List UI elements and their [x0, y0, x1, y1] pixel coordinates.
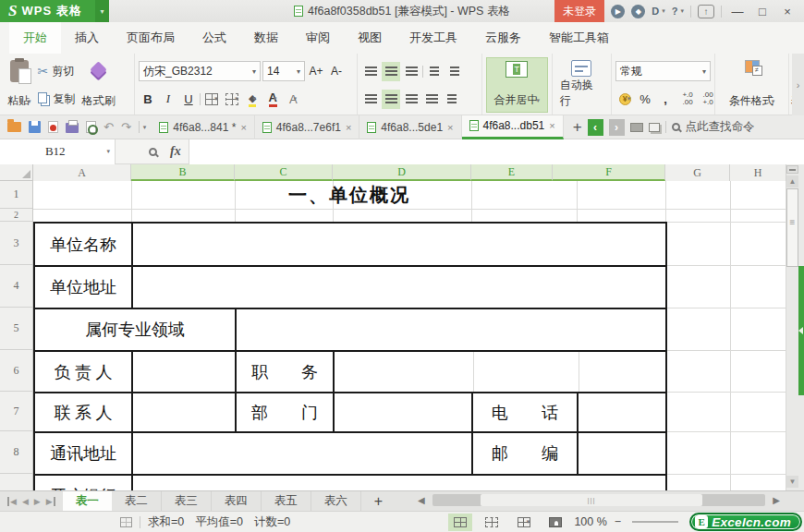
find-command-box[interactable]: 点此查找命令: [686, 119, 755, 135]
new-tab-button[interactable]: +: [573, 118, 582, 137]
column-header-C[interactable]: C: [235, 164, 333, 181]
fill-color-dropdown-icon[interactable]: ▾: [252, 95, 256, 103]
row-header-7[interactable]: 7: [0, 392, 32, 431]
draw-border-button[interactable]: ▾: [223, 90, 241, 109]
font-name-dropdown-icon[interactable]: ▾: [249, 67, 256, 76]
doc-tab-1[interactable]: 4f6a8...841 * ×: [152, 115, 255, 139]
column-header-E[interactable]: E: [471, 164, 553, 181]
row-header-2[interactable]: 2: [0, 209, 32, 222]
row-header-6[interactable]: 6: [0, 350, 32, 392]
conditional-format-dropdown-icon[interactable]: ▾: [772, 98, 775, 105]
column-header-G[interactable]: G: [665, 164, 730, 181]
copy-button[interactable]: 复制: [35, 91, 79, 108]
percent-button[interactable]: %: [636, 90, 654, 109]
add-sheet-button[interactable]: +: [361, 491, 396, 511]
distribute-button[interactable]: [443, 90, 461, 109]
login-button[interactable]: 未登录: [554, 0, 604, 22]
share-play-icon[interactable]: [630, 123, 643, 132]
save-icon[interactable]: [29, 121, 41, 133]
scroll-down-icon[interactable]: ▼: [786, 476, 798, 488]
paste-dropdown-icon[interactable]: ▾: [28, 98, 31, 105]
help-dropdown-icon[interactable]: ▾: [680, 7, 684, 15]
justify-button[interactable]: [422, 90, 441, 109]
tab-insert[interactable]: 插入: [61, 22, 113, 54]
cell-leader-value[interactable]: [133, 352, 237, 393]
doc-tab-2[interactable]: 4f6a8...7e6f1 ×: [255, 115, 360, 139]
paste-button[interactable]: 粘贴▾: [4, 57, 35, 113]
minimize-button[interactable]: —: [728, 5, 747, 18]
row-header-5[interactable]: 5: [0, 308, 32, 350]
row-header-4[interactable]: 4: [0, 265, 32, 308]
align-bottom-button[interactable]: [402, 62, 420, 81]
close-tab-icon[interactable]: ×: [447, 122, 453, 133]
cell-unit-addr-label[interactable]: 单位地址: [35, 267, 133, 309]
scroll-right-icon[interactable]: ▶: [773, 495, 780, 505]
sheet-tab-5[interactable]: 表五: [262, 491, 311, 511]
quick-access-dropdown-icon[interactable]: ▾: [143, 124, 147, 131]
tab-view[interactable]: 视图: [344, 22, 396, 54]
increase-indent-button[interactable]: [445, 62, 464, 81]
close-tab-icon[interactable]: ×: [240, 122, 246, 133]
column-header-B[interactable]: B: [131, 164, 235, 181]
close-button[interactable]: ×: [778, 5, 797, 18]
page-layout-dropdown-icon[interactable]: ▾: [527, 518, 530, 526]
sheet-tab-3[interactable]: 表三: [162, 491, 212, 511]
merge-center-dropdown-icon[interactable]: ▾: [536, 97, 540, 104]
borders-button[interactable]: ▾: [202, 90, 221, 109]
align-top-button[interactable]: [361, 62, 380, 81]
currency-dropdown-icon[interactable]: ▾: [627, 95, 631, 103]
underline-button[interactable]: U: [179, 90, 198, 109]
tab-list-icon[interactable]: [649, 123, 660, 132]
cell-partial-row-value[interactable]: [133, 476, 667, 490]
print-preview-icon[interactable]: [86, 121, 96, 133]
sheet-tab-4[interactable]: 表四: [212, 491, 262, 511]
row-header-8[interactable]: 8: [0, 431, 32, 474]
tab-home[interactable]: 开始: [9, 22, 61, 54]
decrease-decimal-button[interactable]: .00+.0: [699, 90, 717, 109]
wps-menu-dropdown-icon[interactable]: ▾: [95, 0, 109, 22]
cell-field-label[interactable]: 属何专业领域: [35, 309, 237, 352]
row-header-1[interactable]: 1: [0, 181, 32, 209]
cell-leader-label[interactable]: 负 责 人: [35, 352, 133, 393]
conditional-format-button[interactable]: 条件格式▾: [719, 57, 785, 113]
cell-mail-addr-label[interactable]: 通讯地址: [35, 433, 133, 476]
redo-icon[interactable]: ↷: [121, 120, 131, 134]
name-box[interactable]: B12 ▾: [0, 139, 116, 164]
cell-phone-value[interactable]: [579, 393, 667, 433]
tab-formulas[interactable]: 公式: [189, 22, 240, 54]
hide-ribbon-icon[interactable]: ↑: [698, 5, 714, 18]
next-tab-button[interactable]: ›: [609, 119, 625, 136]
wps-account-icon[interactable]: ▶: [611, 5, 625, 18]
normal-view-button[interactable]: [448, 514, 472, 531]
font-color-dropdown-icon[interactable]: ▾: [274, 95, 277, 103]
clear-format-button[interactable]: A▾: [284, 90, 302, 109]
tab-data[interactable]: 数据: [240, 22, 292, 54]
comma-style-button[interactable]: ,: [656, 90, 675, 109]
row-header-3[interactable]: 3: [0, 222, 32, 265]
split-handle[interactable]: [786, 165, 798, 174]
maximize-button[interactable]: □: [753, 5, 772, 18]
horizontal-scroll-track[interactable]: [432, 494, 765, 506]
cell-unit-name-value[interactable]: [133, 224, 667, 267]
cell-zip-label[interactable]: 邮 编: [473, 433, 579, 476]
grow-font-button[interactable]: A+: [307, 62, 325, 81]
last-sheet-icon[interactable]: ▶: [46, 497, 55, 506]
align-left-button[interactable]: [361, 90, 380, 109]
vertical-scroll-thumb[interactable]: [786, 188, 798, 267]
cell-contact-label[interactable]: 联 系 人: [35, 393, 133, 433]
close-tab-icon[interactable]: ×: [346, 122, 351, 133]
print-icon[interactable]: [66, 123, 79, 133]
help-icon[interactable]: ?: [672, 6, 678, 17]
formula-input[interactable]: [189, 139, 804, 164]
zoom-slider[interactable]: [632, 521, 678, 523]
decrease-indent-button[interactable]: [425, 62, 444, 81]
column-header-F[interactable]: F: [553, 164, 665, 181]
cell-contact-value[interactable]: [133, 393, 237, 433]
spreadsheet-grid[interactable]: 一、单位概况 单位名称 单位地址 属何专业领域 负 责 人 职 务 联 系 人 …: [33, 181, 786, 490]
horizontal-scrollbar[interactable]: ◀ ▶: [418, 493, 787, 507]
doc-tab-3[interactable]: 4f6a8...5de1 ×: [359, 115, 461, 139]
cell-duty-value[interactable]: [335, 352, 667, 393]
open-file-icon[interactable]: [7, 122, 21, 132]
cut-button[interactable]: ✂剪切: [35, 63, 79, 80]
doc-tab-4-active[interactable]: 4f6a8...db51 ×: [462, 115, 564, 139]
